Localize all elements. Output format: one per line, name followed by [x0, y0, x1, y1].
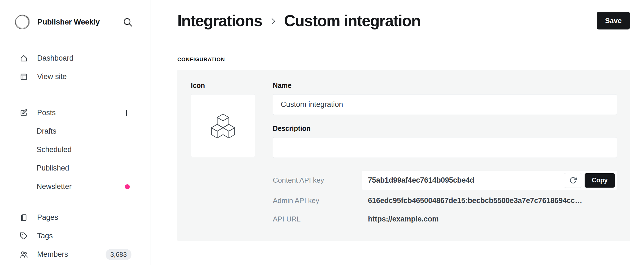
sidebar-item-label: Posts	[37, 109, 56, 117]
api-url-value[interactable]: https://example.com	[362, 215, 617, 223]
sidebar-item-label: Published	[37, 164, 69, 172]
page-header: Integrations Custom integration Save	[177, 11, 630, 30]
breadcrumb: Integrations Custom integration	[177, 12, 420, 30]
name-input[interactable]	[273, 94, 617, 115]
content-api-key-value[interactable]: 75ab1d99af4ec7614b095cbe4d	[368, 176, 564, 185]
app-window: Publisher Weekly Dashboard View site	[0, 0, 644, 265]
sidebar-item-published[interactable]: Published	[0, 159, 150, 177]
publication-title: Publisher Weekly	[37, 18, 115, 26]
tag-icon	[19, 232, 28, 240]
section-label: CONFIGURATION	[177, 57, 630, 62]
admin-api-key-value[interactable]: 616edc95fcb465004867de15:becbcb5500e3a7e…	[362, 196, 617, 205]
sidebar-item-pages[interactable]: Pages	[0, 208, 150, 227]
publication-logo-icon	[14, 13, 31, 31]
integration-icon-upload[interactable]	[191, 94, 255, 157]
main-content: Integrations Custom integration Save CON…	[150, 0, 644, 265]
sidebar-item-label: View site	[37, 72, 67, 81]
api-url-row: API URL https://example.com	[273, 215, 617, 223]
nav-group-gap	[0, 86, 150, 104]
sidebar-item-label: Drafts	[37, 127, 56, 136]
sidebar-nav: Dashboard View site Posts	[0, 44, 150, 264]
sidebar-header: Publisher Weekly	[0, 0, 150, 44]
icon-column: Icon	[191, 81, 255, 223]
sidebar-item-label: Scheduled	[37, 145, 72, 154]
api-details: Content API key 75ab1d99af4ec7614b095cbe…	[273, 171, 617, 223]
isometric-cubes-icon	[210, 113, 236, 139]
api-url-label: API URL	[273, 215, 362, 223]
content-api-key-row: Content API key 75ab1d99af4ec7614b095cbe…	[273, 171, 617, 190]
sidebar-item-members[interactable]: Members 3,683	[0, 245, 150, 264]
content-api-key-field[interactable]: 75ab1d99af4ec7614b095cbe4d Copy	[362, 171, 617, 190]
users-icon	[19, 250, 28, 259]
newsletter-notification-dot	[125, 184, 130, 189]
sidebar-item-newsletter[interactable]: Newsletter	[0, 177, 150, 196]
regenerate-key-button[interactable]	[564, 173, 582, 188]
new-post-button[interactable]	[122, 108, 131, 118]
description-input[interactable]	[273, 137, 617, 158]
icon-field-label: Icon	[191, 81, 255, 90]
content-api-key-label: Content API key	[273, 176, 362, 185]
sidebar-item-label: Dashboard	[37, 54, 73, 63]
chevron-right-icon	[268, 15, 278, 26]
configuration-card: Icon Name	[177, 70, 630, 241]
home-icon	[19, 54, 28, 63]
sidebar-item-label: Members	[37, 250, 68, 259]
description-field-label: Description	[273, 124, 617, 132]
nav-group-gap	[0, 196, 150, 208]
sidebar-item-view-site[interactable]: View site	[0, 67, 150, 86]
admin-api-key-row: Admin API key 616edc95fcb465004867de15:b…	[273, 196, 617, 205]
layout-icon	[19, 72, 28, 81]
sidebar: Publisher Weekly Dashboard View site	[0, 0, 150, 265]
name-field-label: Name	[273, 81, 617, 90]
admin-api-key-label: Admin API key	[273, 196, 362, 205]
page-title: Custom integration	[284, 12, 420, 30]
book-icon	[19, 213, 28, 222]
sidebar-item-label: Tags	[37, 232, 53, 240]
members-count-badge: 3,683	[106, 249, 131, 260]
sidebar-item-tags[interactable]: Tags	[0, 227, 150, 245]
search-icon	[123, 17, 133, 27]
sidebar-item-drafts[interactable]: Drafts	[0, 122, 150, 140]
plus-icon	[122, 108, 131, 118]
sidebar-item-scheduled[interactable]: Scheduled	[0, 140, 150, 159]
sidebar-item-dashboard[interactable]: Dashboard	[0, 49, 150, 67]
sidebar-item-posts[interactable]: Posts	[0, 104, 150, 122]
save-button[interactable]: Save	[597, 12, 630, 29]
breadcrumb-integrations-link[interactable]: Integrations	[177, 12, 262, 30]
rotate-cw-icon	[569, 176, 577, 185]
sidebar-item-label: Newsletter	[37, 182, 72, 191]
copy-button[interactable]: Copy	[585, 173, 615, 188]
sidebar-item-label: Pages	[37, 213, 58, 222]
form-column: Name Description Content API key 75ab1d9…	[273, 81, 617, 223]
search-button[interactable]	[122, 17, 133, 28]
edit-pen-icon	[19, 109, 28, 117]
